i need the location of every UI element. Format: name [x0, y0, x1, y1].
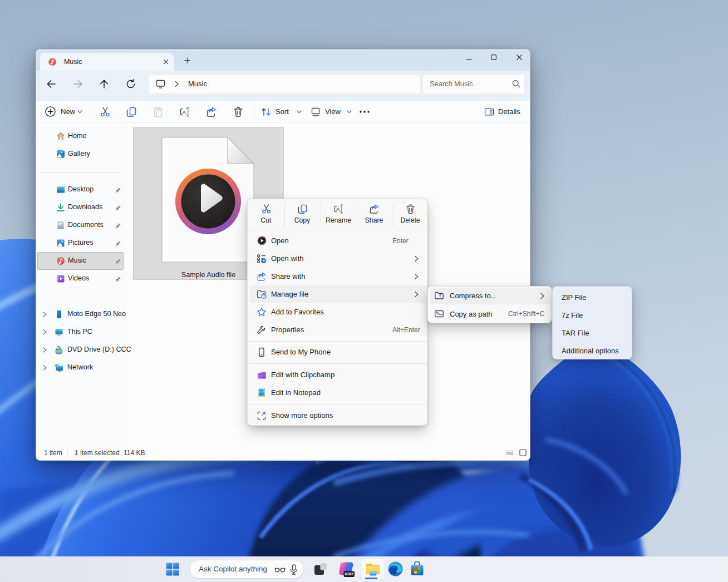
svg-text:M365: M365 [345, 572, 353, 576]
svg-text:A: A [336, 206, 340, 212]
svg-text:A: A [183, 109, 186, 115]
